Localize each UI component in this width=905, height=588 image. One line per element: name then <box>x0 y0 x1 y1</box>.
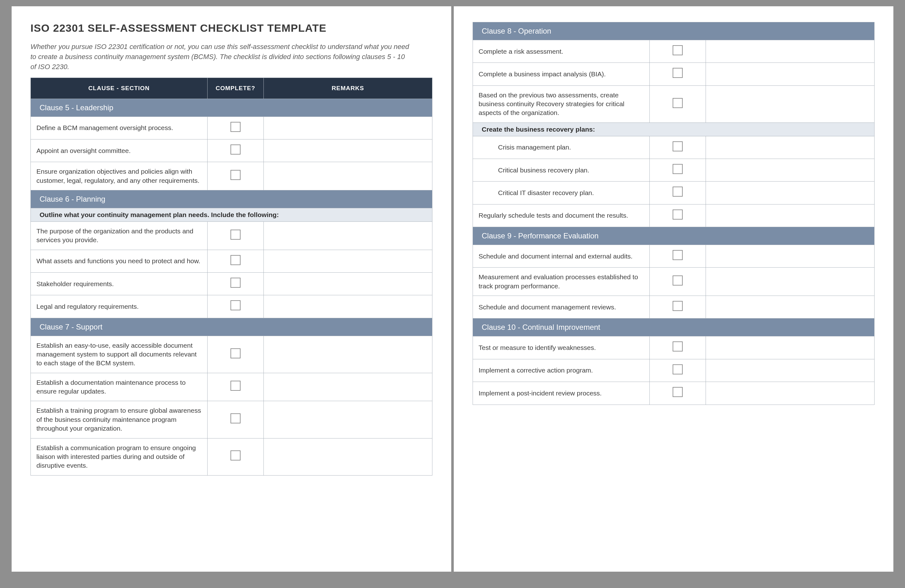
table-row: Define a BCM management oversight proces… <box>31 116 432 139</box>
item-text: Legal and regulatory requirements. <box>31 295 208 318</box>
table-row: Complete a risk assessment. <box>473 40 875 63</box>
checkbox[interactable] <box>230 278 241 288</box>
table-row: The purpose of the organization and the … <box>31 222 432 250</box>
item-text: Appoint an oversight committee. <box>31 140 208 162</box>
remarks-cell[interactable] <box>264 162 432 190</box>
checkbox[interactable] <box>230 122 241 132</box>
remarks-cell[interactable] <box>264 250 432 272</box>
table-row: Legal and regulatory requirements. <box>31 295 432 318</box>
item-text: Establish an easy-to-use, easily accessi… <box>31 336 208 373</box>
remarks-cell[interactable] <box>706 336 874 359</box>
checkbox[interactable] <box>673 250 683 260</box>
clause9-title: Clause 9 - Performance Evaluation <box>473 227 875 245</box>
clause8-title: Clause 8 - Operation <box>473 22 875 40</box>
table-row: Appoint an oversight committee. <box>31 140 432 162</box>
remarks-cell[interactable] <box>706 40 874 63</box>
clause8-sub: Create the business recovery plans: <box>473 122 875 136</box>
item-text: Regularly schedule tests and document th… <box>473 204 650 227</box>
header-clause: CLAUSE - SECTION <box>31 78 208 99</box>
table-row: Schedule and document management reviews… <box>473 296 875 318</box>
item-text: Based on the previous two assessments, c… <box>473 86 650 122</box>
remarks-cell[interactable] <box>264 295 432 318</box>
remarks-cell[interactable] <box>706 245 874 268</box>
clause6-title: Clause 6 - Planning <box>31 190 432 208</box>
table-row: Measurement and evaluation processes est… <box>473 268 875 296</box>
table-row: Implement a post-incident review process… <box>473 382 875 405</box>
checkbox[interactable] <box>230 450 241 461</box>
checkbox[interactable] <box>230 170 241 180</box>
checkbox[interactable] <box>673 364 683 374</box>
remarks-cell[interactable] <box>706 382 874 405</box>
item-text: Establish a communication program to ens… <box>31 438 208 475</box>
remarks-cell[interactable] <box>264 140 432 162</box>
remarks-cell[interactable] <box>706 159 874 181</box>
checkbox[interactable] <box>673 164 683 174</box>
checkbox[interactable] <box>673 45 683 55</box>
item-text: Schedule and document management reviews… <box>473 296 650 318</box>
checkbox[interactable] <box>673 275 683 286</box>
item-text: Establish a documentation maintenance pr… <box>31 373 208 401</box>
item-text: Measurement and evaluation processes est… <box>473 268 650 296</box>
item-text: Critical IT disaster recovery plan. <box>473 181 650 204</box>
remarks-cell[interactable] <box>264 222 432 250</box>
checkbox[interactable] <box>230 145 241 154</box>
table-row: Stakeholder requirements. <box>31 273 432 295</box>
table-row: Establish a documentation maintenance pr… <box>31 373 432 401</box>
checkbox[interactable] <box>673 210 683 219</box>
item-text: Implement a corrective action program. <box>473 359 650 381</box>
checkbox[interactable] <box>673 98 683 108</box>
page-right: Clause 8 - Operation Complete a risk ass… <box>454 6 893 572</box>
remarks-cell[interactable] <box>706 63 874 86</box>
clause5-title: Clause 5 - Leadership <box>31 99 432 116</box>
item-text: Stakeholder requirements. <box>31 273 208 295</box>
remarks-cell[interactable] <box>706 296 874 318</box>
item-text: Establish a training program to ensure g… <box>31 401 208 438</box>
checkbox[interactable] <box>673 187 683 197</box>
remarks-cell[interactable] <box>706 204 874 227</box>
remarks-cell[interactable] <box>706 136 874 159</box>
checkbox[interactable] <box>673 301 683 311</box>
remarks-cell[interactable] <box>706 268 874 296</box>
item-text: Complete a risk assessment. <box>473 40 650 63</box>
remarks-cell[interactable] <box>264 438 432 475</box>
item-text: What assets and functions you need to pr… <box>31 250 208 272</box>
remarks-cell[interactable] <box>264 373 432 401</box>
table-row: Test or measure to identify weaknesses. <box>473 336 875 359</box>
item-text: Complete a business impact analysis (BIA… <box>473 63 650 86</box>
item-text: Critical business recovery plan. <box>473 159 650 181</box>
remarks-cell[interactable] <box>264 116 432 139</box>
clause7-title: Clause 7 - Support <box>31 318 432 336</box>
item-text: Define a BCM management oversight proces… <box>31 116 208 139</box>
table-row: Schedule and document internal and exter… <box>473 245 875 268</box>
table-row: Critical IT disaster recovery plan. <box>473 181 875 204</box>
checkbox[interactable] <box>230 381 241 391</box>
checklist-table-right: Clause 8 - Operation Complete a risk ass… <box>473 22 875 405</box>
table-row: Complete a business impact analysis (BIA… <box>473 63 875 86</box>
checkbox[interactable] <box>230 230 241 240</box>
remarks-cell[interactable] <box>264 336 432 373</box>
table-row: Establish an easy-to-use, easily accessi… <box>31 336 432 373</box>
remarks-cell[interactable] <box>264 401 432 438</box>
checkbox[interactable] <box>230 300 241 310</box>
checkbox[interactable] <box>230 413 241 423</box>
table-row: Based on the previous two assessments, c… <box>473 86 875 122</box>
checkbox[interactable] <box>673 387 683 397</box>
item-text: Schedule and document internal and exter… <box>473 245 650 268</box>
document-title: ISO 22301 SELF-ASSESSMENT CHECKLIST TEMP… <box>30 22 432 34</box>
checkbox[interactable] <box>673 141 683 151</box>
checkbox[interactable] <box>230 348 241 358</box>
remarks-cell[interactable] <box>706 181 874 204</box>
checkbox[interactable] <box>673 68 683 78</box>
clause6-sub: Outline what your continuity management … <box>31 208 432 222</box>
checkbox[interactable] <box>673 342 683 351</box>
item-text: Crisis management plan. <box>473 136 650 159</box>
item-text: Test or measure to identify weaknesses. <box>473 336 650 359</box>
item-text: Ensure organization objectives and polic… <box>31 162 208 190</box>
checkbox[interactable] <box>230 255 241 265</box>
header-remarks: REMARKS <box>264 78 432 99</box>
table-row: Regularly schedule tests and document th… <box>473 204 875 227</box>
remarks-cell[interactable] <box>706 86 874 122</box>
remarks-cell[interactable] <box>264 273 432 295</box>
remarks-cell[interactable] <box>706 359 874 381</box>
header-complete: COMPLETE? <box>207 78 264 99</box>
